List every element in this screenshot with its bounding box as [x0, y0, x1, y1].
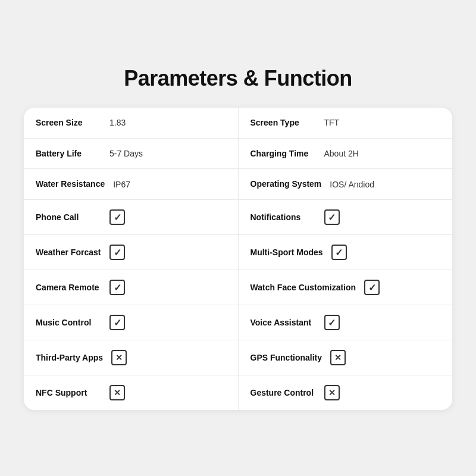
cell-label-right-0: Screen Type [250, 117, 316, 129]
cell-value-left-1: 5-7 Days [109, 149, 143, 158]
cell-left-5: Camera Remote [24, 270, 239, 305]
cell-label-right-1: Charging Time [250, 148, 316, 159]
cell-left-0: Screen Size1.83 [24, 108, 239, 138]
cell-value-right-2: IOS/ Andiod [330, 180, 374, 189]
checkbox-right-8 [324, 385, 340, 400]
cell-label-right-6: Voice Assistant [250, 317, 316, 328]
checkbox-right-5 [364, 280, 380, 295]
checkbox-right-4 [331, 245, 347, 260]
checkbox-left-5 [109, 280, 125, 295]
cell-label-left-0: Screen Size [36, 117, 101, 129]
checkbox-left-3 [109, 209, 125, 225]
cell-right-5: Watch Face Customization [239, 270, 453, 305]
checkbox-left-8 [109, 385, 125, 400]
checkbox-right-3 [324, 209, 340, 225]
checkbox-left-6 [109, 315, 125, 330]
table-row: Music ControlVoice Assistant [24, 305, 452, 340]
cell-label-left-8: NFC Support [36, 387, 101, 399]
page-container: Parameters & Function Screen Size1.83Scr… [0, 0, 476, 476]
cell-right-7: GPS Functionality [239, 340, 453, 375]
cell-right-0: Screen TypeTFT [239, 108, 453, 138]
cell-right-8: Gesture Control [239, 375, 453, 410]
table-row: Third-Party AppsGPS Functionality [24, 340, 452, 375]
cell-left-8: NFC Support [24, 375, 239, 410]
parameters-table: Screen Size1.83Screen TypeTFTBattery Lif… [24, 108, 452, 411]
cell-left-6: Music Control [24, 305, 239, 340]
cell-label-left-5: Camera Remote [36, 282, 101, 293]
cell-value-left-2: IP67 [113, 180, 130, 189]
cell-label-right-4: Multi-Sport Modes [250, 247, 323, 258]
cell-right-4: Multi-Sport Modes [239, 235, 453, 270]
cell-label-right-7: GPS Functionality [250, 352, 322, 364]
cell-label-left-2: Water Resistance [36, 178, 105, 190]
cell-label-left-6: Music Control [36, 317, 101, 328]
page-title: Parameters & Function [124, 66, 352, 91]
cell-left-4: Weather Forcast [24, 235, 239, 270]
cell-left-2: Water ResistanceIP67 [24, 169, 239, 199]
table-row: Weather ForcastMulti-Sport Modes [24, 235, 452, 270]
cell-value-right-0: TFT [324, 118, 340, 127]
table-row: Water ResistanceIP67Operating SystemIOS/… [24, 169, 452, 200]
checkbox-left-4 [109, 245, 125, 260]
cell-label-right-5: Watch Face Customization [250, 282, 356, 293]
table-row: Camera RemoteWatch Face Customization [24, 270, 452, 305]
cell-left-7: Third-Party Apps [24, 340, 239, 375]
checkbox-left-7 [111, 350, 127, 365]
cell-label-right-8: Gesture Control [250, 387, 316, 399]
cell-right-1: Charging TimeAbout 2H [239, 139, 453, 169]
cell-value-left-0: 1.83 [109, 118, 126, 127]
cell-right-6: Voice Assistant [239, 305, 453, 340]
cell-label-right-3: Notifications [250, 212, 316, 223]
cell-label-right-2: Operating System [250, 178, 322, 190]
cell-right-2: Operating SystemIOS/ Andiod [239, 169, 453, 199]
table-row: Phone CallNotifications [24, 200, 452, 235]
table-row: NFC SupportGesture Control [24, 375, 452, 410]
cell-label-left-1: Battery Life [36, 148, 101, 159]
cell-left-1: Battery Life5-7 Days [24, 139, 239, 169]
cell-label-left-4: Weather Forcast [36, 247, 101, 258]
checkbox-right-6 [324, 315, 340, 330]
cell-value-right-1: About 2H [324, 149, 359, 158]
table-row: Screen Size1.83Screen TypeTFT [24, 108, 452, 139]
cell-left-3: Phone Call [24, 200, 239, 234]
cell-label-left-7: Third-Party Apps [36, 352, 103, 364]
cell-label-left-3: Phone Call [36, 212, 101, 223]
table-row: Battery Life5-7 DaysCharging TimeAbout 2… [24, 139, 452, 170]
cell-right-3: Notifications [239, 200, 453, 234]
checkbox-right-7 [330, 350, 346, 365]
